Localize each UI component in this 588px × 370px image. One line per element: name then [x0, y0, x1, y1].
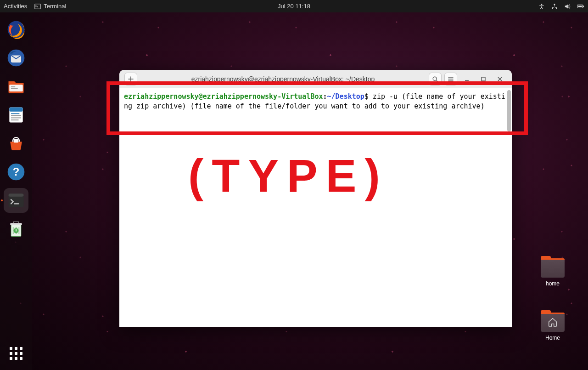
clock[interactable]: Jul 20 11:18 [278, 3, 310, 10]
svg-text:?: ? [13, 165, 20, 178]
maximize-icon [481, 76, 486, 82]
activities-button[interactable]: Activities [4, 3, 27, 10]
hamburger-icon [448, 76, 454, 82]
svg-point-2 [554, 4, 555, 5]
dock-thunderbird[interactable] [4, 46, 28, 70]
svg-rect-12 [11, 88, 18, 89]
minimize-button[interactable] [461, 74, 472, 85]
folder-icon [541, 313, 565, 332]
plus-icon [128, 76, 134, 82]
svg-rect-28 [482, 77, 485, 81]
svg-rect-15 [11, 113, 19, 114]
scrollbar[interactable] [507, 90, 511, 131]
terminal-window: ezriahzippernowsky@ezriahzippernowsky-Vi… [119, 70, 512, 327]
maximize-button[interactable] [478, 74, 489, 85]
close-icon [497, 76, 503, 82]
terminal-body[interactable]: ezriahzippernowsky@ezriahzippernowsky-Vi… [119, 88, 512, 327]
software-icon [6, 133, 26, 154]
folder-icon [541, 258, 565, 278]
volume-icon[interactable] [564, 3, 571, 10]
dock-show-apps[interactable] [5, 342, 27, 364]
app-indicator-label: Terminal [44, 3, 66, 10]
battery-icon[interactable] [577, 3, 584, 10]
minimize-icon [464, 76, 470, 82]
search-button[interactable] [429, 73, 442, 85]
svg-rect-0 [35, 4, 40, 9]
prompt-path: ~/Desktop [327, 92, 364, 101]
menu-button[interactable] [444, 73, 457, 85]
svg-rect-14 [9, 108, 22, 112]
titlebar[interactable]: ezriahzippernowsky@ezriahzippernowsky-Vi… [119, 70, 512, 88]
svg-rect-17 [11, 118, 21, 119]
trash-icon [6, 219, 26, 239]
files-icon [6, 76, 26, 97]
svg-point-27 [433, 77, 437, 80]
prompt-user: ezriahzippernowsky@ezriahzippernowsky-Vi… [124, 92, 323, 101]
desktop-icon-label: Home [537, 335, 569, 341]
close-button[interactable] [494, 74, 505, 85]
svg-rect-10 [9, 85, 22, 91]
svg-rect-18 [11, 120, 19, 120]
svg-rect-19 [14, 139, 19, 142]
help-icon: ? [6, 162, 26, 182]
desktop-user-home[interactable]: Home [537, 313, 569, 341]
dock-trash[interactable] [4, 216, 28, 241]
window-title: ezriahzippernowsky@ezriahzippernowsky-Vi… [139, 75, 427, 83]
svg-point-1 [541, 4, 543, 5]
writer-icon [6, 105, 26, 125]
svg-rect-6 [583, 6, 584, 7]
dock-terminal[interactable] [4, 188, 28, 213]
search-icon [432, 76, 438, 82]
svg-rect-23 [9, 194, 24, 196]
dock-help[interactable]: ? [4, 159, 28, 184]
desktop-folder-home[interactable]: home [537, 258, 569, 287]
svg-rect-25 [10, 223, 22, 225]
desktop-icon-label: home [537, 280, 569, 287]
prompt-colon: : [323, 92, 327, 101]
new-tab-button[interactable] [124, 73, 137, 85]
network-icon[interactable] [551, 3, 558, 10]
home-glyph-icon [548, 317, 558, 327]
dock-software[interactable] [4, 131, 28, 156]
terminal-app-icon [6, 190, 26, 211]
prompt-dollar: $ [364, 92, 369, 101]
dock-files[interactable] [4, 74, 28, 99]
svg-rect-11 [11, 86, 15, 87]
svg-rect-16 [11, 115, 21, 116]
accessibility-icon[interactable] [538, 3, 545, 10]
dock-firefox[interactable] [4, 17, 28, 42]
thunderbird-icon [6, 48, 26, 68]
firefox-icon [6, 19, 26, 40]
terminal-icon [34, 3, 41, 10]
app-indicator[interactable]: Terminal [34, 3, 66, 10]
top-panel: Activities Terminal Jul 20 11:18 [0, 0, 588, 12]
dock-writer[interactable] [4, 102, 28, 127]
dock: ? [0, 12, 32, 370]
svg-rect-7 [578, 6, 582, 7]
